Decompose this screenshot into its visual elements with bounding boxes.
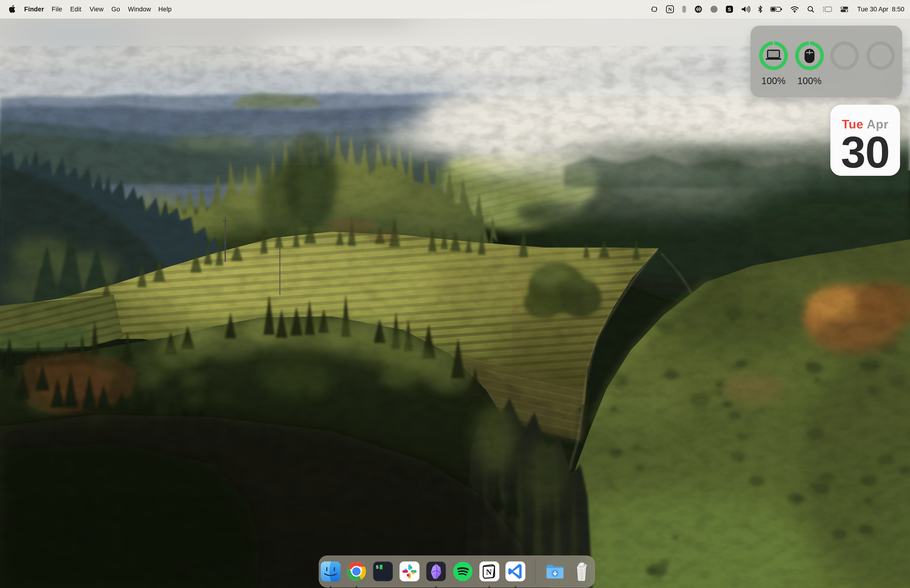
svg-text:S: S [728,7,731,12]
svg-text:N: N [486,568,492,577]
svg-text:$: $ [376,565,379,570]
svg-text:100%: 100% [761,76,786,86]
svg-text:N: N [668,6,672,12]
svg-text:100%: 100% [797,76,822,86]
